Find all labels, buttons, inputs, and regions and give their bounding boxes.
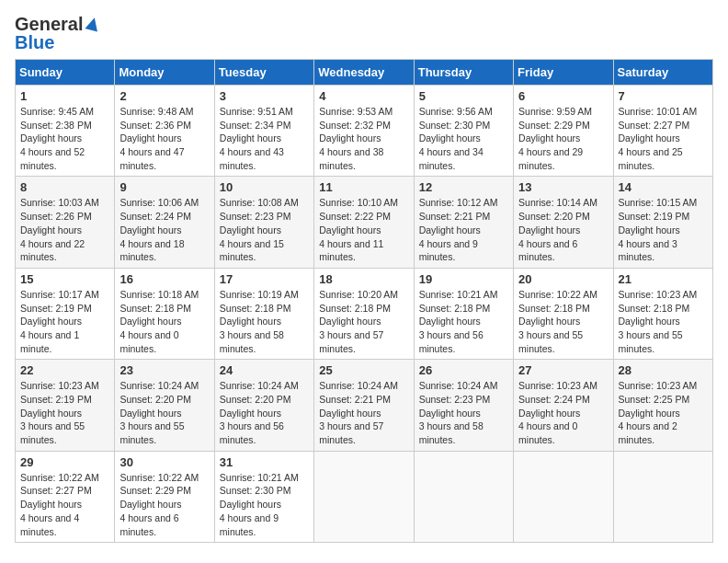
day-number: 15 [20, 272, 109, 286]
day-info: Sunrise: 9:59 AMSunset: 2:29 PMDaylight … [518, 105, 608, 172]
calendar-day-cell: 12Sunrise: 10:12 AMSunset: 2:21 PMDaylig… [414, 177, 513, 268]
logo-blue-text: Blue [15, 33, 101, 52]
calendar-day-cell: 1Sunrise: 9:45 AMSunset: 2:38 PMDaylight… [16, 86, 115, 177]
calendar-day-cell: 27Sunrise: 10:23 AMSunset: 2:24 PMDaylig… [514, 360, 613, 451]
day-info: Sunrise: 10:03 AMSunset: 2:26 PMDaylight… [20, 196, 109, 263]
day-info: Sunrise: 10:22 AMSunset: 2:18 PMDaylight… [518, 288, 608, 355]
day-of-week-header: Wednesday [314, 60, 414, 86]
logo-general-text: General [15, 15, 83, 33]
calendar-day-cell [613, 451, 712, 542]
logo: General Blue [15, 15, 101, 52]
day-number: 17 [220, 272, 309, 286]
day-of-week-header: Thursday [414, 60, 513, 86]
day-number: 3 [220, 89, 309, 103]
day-number: 13 [518, 180, 608, 194]
day-info: Sunrise: 10:23 AMSunset: 2:24 PMDaylight… [518, 379, 608, 446]
day-number: 30 [119, 455, 209, 469]
day-info: Sunrise: 10:22 AMSunset: 2:29 PMDaylight… [119, 471, 209, 538]
day-number: 21 [619, 272, 708, 286]
day-number: 7 [619, 89, 708, 103]
day-info: Sunrise: 9:45 AMSunset: 2:38 PMDaylight … [20, 105, 109, 172]
day-number: 27 [518, 363, 608, 377]
day-info: Sunrise: 10:23 AMSunset: 2:25 PMDaylight… [619, 379, 708, 446]
calendar-day-cell: 29Sunrise: 10:22 AMSunset: 2:27 PMDaylig… [16, 451, 115, 542]
day-of-week-header: Saturday [613, 60, 712, 86]
day-number: 29 [20, 455, 109, 469]
day-number: 20 [518, 272, 608, 286]
day-info: Sunrise: 10:21 AMSunset: 2:30 PMDaylight… [220, 471, 309, 538]
calendar-table: SundayMondayTuesdayWednesdayThursdayFrid… [15, 59, 713, 543]
day-number: 25 [319, 363, 408, 377]
svg-marker-0 [85, 16, 101, 31]
calendar-day-cell: 13Sunrise: 10:14 AMSunset: 2:20 PMDaylig… [514, 177, 613, 268]
day-info: Sunrise: 9:53 AMSunset: 2:32 PMDaylight … [319, 105, 408, 172]
day-number: 24 [220, 363, 309, 377]
day-number: 5 [419, 89, 508, 103]
calendar-day-cell: 5Sunrise: 9:56 AMSunset: 2:30 PMDaylight… [414, 86, 513, 177]
day-number: 4 [319, 89, 408, 103]
day-of-week-header: Monday [115, 60, 214, 86]
day-info: Sunrise: 10:18 AMSunset: 2:18 PMDaylight… [119, 288, 209, 355]
day-number: 28 [619, 363, 708, 377]
calendar-day-cell: 10Sunrise: 10:08 AMSunset: 2:23 PMDaylig… [214, 177, 313, 268]
logo-icon [85, 16, 101, 32]
day-info: Sunrise: 10:19 AMSunset: 2:18 PMDaylight… [220, 288, 309, 355]
day-number: 2 [119, 89, 209, 103]
day-info: Sunrise: 10:24 AMSunset: 2:20 PMDaylight… [119, 379, 209, 446]
day-number: 31 [220, 455, 309, 469]
day-number: 11 [319, 180, 408, 194]
calendar-day-cell: 14Sunrise: 10:15 AMSunset: 2:19 PMDaylig… [613, 177, 712, 268]
day-number: 1 [20, 89, 109, 103]
day-number: 14 [619, 180, 708, 194]
day-info: Sunrise: 10:15 AMSunset: 2:19 PMDaylight… [619, 196, 708, 263]
calendar-day-cell: 18Sunrise: 10:20 AMSunset: 2:18 PMDaylig… [314, 268, 414, 359]
day-info: Sunrise: 10:23 AMSunset: 2:19 PMDaylight… [20, 379, 109, 446]
calendar-day-cell: 2Sunrise: 9:48 AMSunset: 2:36 PMDaylight… [115, 86, 214, 177]
calendar-day-cell: 30Sunrise: 10:22 AMSunset: 2:29 PMDaylig… [115, 451, 214, 542]
day-info: Sunrise: 10:10 AMSunset: 2:22 PMDaylight… [319, 196, 408, 263]
day-info: Sunrise: 10:08 AMSunset: 2:23 PMDaylight… [220, 196, 309, 263]
calendar-day-cell: 21Sunrise: 10:23 AMSunset: 2:18 PMDaylig… [613, 268, 712, 359]
calendar-week-row: 22Sunrise: 10:23 AMSunset: 2:19 PMDaylig… [16, 360, 713, 451]
calendar-day-cell: 16Sunrise: 10:18 AMSunset: 2:18 PMDaylig… [115, 268, 214, 359]
day-number: 12 [419, 180, 508, 194]
day-of-week-header: Tuesday [214, 60, 313, 86]
day-number: 10 [220, 180, 309, 194]
day-number: 9 [119, 180, 209, 194]
day-info: Sunrise: 10:06 AMSunset: 2:24 PMDaylight… [119, 196, 209, 263]
day-of-week-header: Friday [514, 60, 613, 86]
calendar-day-cell: 23Sunrise: 10:24 AMSunset: 2:20 PMDaylig… [115, 360, 214, 451]
calendar-day-cell: 11Sunrise: 10:10 AMSunset: 2:22 PMDaylig… [314, 177, 414, 268]
day-of-week-header: Sunday [16, 60, 115, 86]
calendar-day-cell: 17Sunrise: 10:19 AMSunset: 2:18 PMDaylig… [214, 268, 313, 359]
calendar-day-cell: 19Sunrise: 10:21 AMSunset: 2:18 PMDaylig… [414, 268, 513, 359]
day-info: Sunrise: 9:56 AMSunset: 2:30 PMDaylight … [419, 105, 508, 172]
calendar-day-cell [514, 451, 613, 542]
calendar-day-cell: 20Sunrise: 10:22 AMSunset: 2:18 PMDaylig… [514, 268, 613, 359]
calendar-body: 1Sunrise: 9:45 AMSunset: 2:38 PMDaylight… [16, 86, 713, 543]
day-info: Sunrise: 9:48 AMSunset: 2:36 PMDaylight … [119, 105, 209, 172]
calendar-day-cell: 8Sunrise: 10:03 AMSunset: 2:26 PMDayligh… [16, 177, 115, 268]
day-info: Sunrise: 10:12 AMSunset: 2:21 PMDaylight… [419, 196, 508, 263]
day-number: 16 [119, 272, 209, 286]
calendar-day-cell: 7Sunrise: 10:01 AMSunset: 2:27 PMDayligh… [613, 86, 712, 177]
calendar-day-cell: 24Sunrise: 10:24 AMSunset: 2:20 PMDaylig… [214, 360, 313, 451]
day-number: 26 [419, 363, 508, 377]
calendar-day-cell: 9Sunrise: 10:06 AMSunset: 2:24 PMDayligh… [115, 177, 214, 268]
day-info: Sunrise: 10:01 AMSunset: 2:27 PMDaylight… [619, 105, 708, 172]
header: General Blue [15, 15, 713, 52]
calendar-day-cell: 4Sunrise: 9:53 AMSunset: 2:32 PMDaylight… [314, 86, 414, 177]
day-info: Sunrise: 10:22 AMSunset: 2:27 PMDaylight… [20, 471, 109, 538]
day-info: Sunrise: 10:14 AMSunset: 2:20 PMDaylight… [518, 196, 608, 263]
day-number: 19 [419, 272, 508, 286]
day-info: Sunrise: 10:21 AMSunset: 2:18 PMDaylight… [419, 288, 508, 355]
day-number: 8 [20, 180, 109, 194]
calendar-day-cell [314, 451, 414, 542]
calendar-day-cell: 28Sunrise: 10:23 AMSunset: 2:25 PMDaylig… [613, 360, 712, 451]
calendar-day-cell [414, 451, 513, 542]
day-info: Sunrise: 10:20 AMSunset: 2:18 PMDaylight… [319, 288, 408, 355]
day-number: 22 [20, 363, 109, 377]
calendar-day-cell: 15Sunrise: 10:17 AMSunset: 2:19 PMDaylig… [16, 268, 115, 359]
day-info: Sunrise: 10:24 AMSunset: 2:23 PMDaylight… [419, 379, 508, 446]
day-number: 23 [119, 363, 209, 377]
